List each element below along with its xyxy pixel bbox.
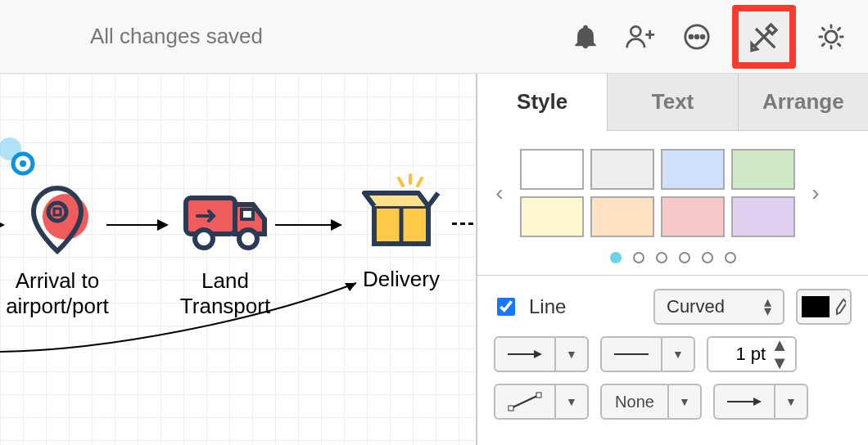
curved-edge[interactable] [0, 278, 377, 360]
page-dot[interactable] [725, 252, 736, 263]
style-swatch-grid [520, 149, 795, 237]
line-pattern-combo[interactable]: ▼ [600, 336, 695, 372]
open-box-icon [356, 170, 446, 260]
page-dot[interactable] [702, 252, 713, 263]
chevron-left-icon[interactable]: ‹ [489, 180, 510, 206]
arrow-end-icon [713, 384, 775, 420]
svg-line-18 [511, 395, 539, 408]
swatch[interactable] [520, 149, 584, 190]
tab-style[interactable]: Style [477, 74, 607, 131]
chevron-down-icon[interactable]: ▼ [662, 336, 695, 372]
swatch[interactable] [520, 196, 584, 237]
connection-endpoint[interactable] [0, 134, 44, 183]
swatch[interactable] [661, 196, 725, 237]
theme-icon[interactable] [811, 16, 852, 57]
svg-point-2 [689, 35, 693, 38]
connection-style-combo[interactable]: ▼ [494, 384, 589, 420]
line-enabled-checkbox[interactable] [497, 298, 515, 316]
flow-arrow[interactable] [0, 224, 3, 226]
topbar-icons [565, 5, 852, 69]
topbar: All changes saved [0, 0, 868, 74]
arrow-start-combo[interactable]: ▼ [713, 384, 808, 420]
svg-point-4 [701, 35, 704, 38]
format-panel-toggle[interactable] [732, 5, 796, 69]
chevron-down-icon[interactable]: ▼ [556, 384, 589, 420]
chevron-right-icon[interactable]: › [805, 180, 826, 206]
waypoint-combo[interactable]: None ▼ [600, 384, 702, 420]
chevron-down-icon[interactable]: ▼ [669, 384, 702, 420]
diagram-canvas[interactable]: Arrival toairport/port LandTransport [0, 74, 477, 445]
line-color-chip[interactable] [796, 289, 852, 325]
eyedropper-icon [834, 297, 846, 317]
line-style-select[interactable]: Curved ▴▾ [653, 289, 784, 325]
location-pin-icon [20, 180, 94, 262]
svg-point-0 [631, 26, 640, 36]
color-preview [802, 296, 830, 317]
svg-rect-13 [242, 209, 253, 219]
svg-point-14 [195, 230, 213, 248]
chevron-updown-icon: ▴▾ [764, 298, 771, 316]
page-dot[interactable] [610, 252, 622, 263]
flow-arrow-dashed[interactable] [452, 222, 473, 225]
add-user-icon[interactable] [621, 16, 662, 57]
truck-icon [176, 180, 274, 262]
page-dot[interactable] [656, 252, 667, 263]
stepper-icon[interactable]: ▲▼ [771, 336, 789, 372]
diag-line-icon [494, 384, 556, 420]
line-solid-icon [600, 336, 662, 372]
swatch[interactable] [731, 149, 795, 190]
svg-rect-20 [536, 393, 541, 398]
flow-arrow[interactable] [275, 224, 341, 226]
svg-rect-19 [509, 406, 513, 411]
waypoint-label: None [600, 384, 669, 420]
swatch[interactable] [731, 196, 795, 237]
chevron-down-icon[interactable]: ▼ [775, 384, 808, 420]
page-dot[interactable] [633, 252, 644, 263]
svg-point-3 [695, 35, 698, 38]
format-panel: Style Text Arrange ‹ › [477, 74, 868, 445]
notifications-icon[interactable] [565, 16, 606, 57]
svg-point-8 [20, 160, 26, 167]
line-label: Line [529, 295, 566, 318]
status-text: All changes saved [90, 24, 263, 49]
swatch[interactable] [590, 196, 654, 237]
svg-point-5 [825, 30, 837, 42]
page-dot[interactable] [679, 252, 690, 263]
svg-point-15 [239, 230, 257, 248]
more-icon[interactable] [676, 16, 717, 57]
swatch[interactable] [661, 149, 725, 190]
flow-arrow[interactable] [106, 224, 167, 226]
page-dots [477, 244, 868, 275]
arrow-end-icon [494, 336, 556, 372]
chevron-down-icon[interactable]: ▼ [556, 336, 589, 372]
panel-tabs: Style Text Arrange [477, 74, 868, 131]
swatch[interactable] [590, 149, 654, 190]
node-delivery[interactable]: Delivery [344, 170, 459, 292]
arrow-end-combo[interactable]: ▼ [494, 336, 589, 372]
tab-arrange[interactable]: Arrange [738, 74, 868, 131]
tab-text[interactable]: Text [607, 74, 737, 131]
line-width-input[interactable]: 1 pt ▲▼ [707, 336, 797, 372]
